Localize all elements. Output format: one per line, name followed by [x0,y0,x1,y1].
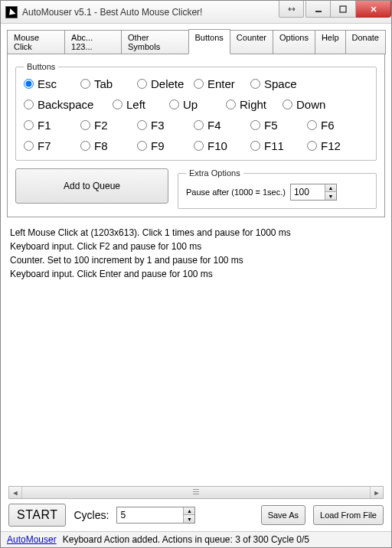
radio-input-down[interactable] [283,99,292,109]
tab-other-symbols[interactable]: Other Symbols [121,30,189,54]
radio-input-f6[interactable] [307,120,317,130]
radio-up[interactable]: Up [169,98,221,111]
bottom-bar: START Cycles: ▲ ▼ Save As Load From File [1,504,391,531]
radio-f5[interactable]: F5 [250,119,302,132]
horizontal-scrollbar[interactable]: ◄ ► [8,486,384,499]
tab-options[interactable]: Options [273,30,315,54]
scroll-left-icon[interactable]: ◄ [9,487,22,498]
start-button[interactable]: START [8,504,66,527]
queue-line[interactable]: Left Mouse Click at (1203x613). Click 1 … [10,226,382,240]
radio-label: F9 [151,139,165,152]
save-as-button[interactable]: Save As [261,505,305,525]
radio-esc[interactable]: Esc [24,77,76,90]
pause-after-label: Pause after (1000 = 1sec.) [186,188,286,197]
radio-input-f8[interactable] [80,141,90,151]
load-from-file-button[interactable]: Load From File [313,505,384,525]
radio-label: Backspace [38,98,93,111]
pause-after-input[interactable] [291,184,325,200]
automouser-link[interactable]: AutoMouser [7,534,57,545]
spinner-up-icon[interactable]: ▲ [325,184,336,192]
radio-input-f10[interactable] [194,141,204,151]
radio-label: F2 [94,119,108,132]
scroll-right-icon[interactable]: ► [370,487,383,498]
radio-label: F4 [207,119,221,132]
cycles-input[interactable] [117,507,183,523]
radio-input-delete[interactable] [137,79,147,89]
radio-f11[interactable]: F11 [250,139,302,152]
radio-grid: EscTabDeleteEnterSpaceBackspaceLeftUpRig… [24,77,368,152]
radio-label: Space [264,77,297,90]
queue-line[interactable]: Keyboard input. Click F2 and pause for 1… [10,240,382,253]
radio-right[interactable]: Right [226,98,278,111]
spinner-down-icon[interactable]: ▼ [325,192,336,200]
radio-label: F11 [264,139,284,152]
pause-after-spinner[interactable]: ▲ ▼ [290,184,337,201]
radio-input-f1[interactable] [24,120,34,130]
radio-input-enter[interactable] [194,79,204,89]
scroll-thumb[interactable] [22,487,370,498]
cycles-spinner[interactable]: ▲ ▼ [116,507,195,524]
radio-label: F12 [321,139,341,152]
app-icon [5,6,18,18]
tab-mouse-click[interactable]: Mouse Click [7,30,65,54]
radio-enter[interactable]: Enter [194,77,246,90]
spinner-down-icon[interactable]: ▼ [184,515,194,523]
buttons-legend: Buttons [24,62,58,71]
radio-input-f12[interactable] [307,141,317,151]
minimize-button[interactable] [305,1,331,18]
add-to-queue-button[interactable]: Add to Queue [15,168,168,204]
tab-buttons[interactable]: Buttons [188,29,230,54]
queue-line[interactable]: Keyboard input. Click Enter and pause fo… [10,267,382,281]
radio-tab[interactable]: Tab [80,77,132,90]
radio-label: F1 [38,119,51,132]
tab-donate[interactable]: Donate [345,30,386,54]
radio-label: Left [126,98,145,111]
radio-input-f5[interactable] [250,120,260,130]
radio-space[interactable]: Space [250,77,302,90]
maximize-button[interactable] [331,1,356,18]
radio-f12[interactable]: F12 [307,139,359,152]
radio-f7[interactable]: F7 [24,139,76,152]
radio-input-f3[interactable] [137,120,147,130]
radio-backspace[interactable]: Backspace [24,98,108,111]
radio-f3[interactable]: F3 [137,119,189,132]
radio-input-f9[interactable] [137,141,147,151]
radio-f10[interactable]: F10 [194,139,246,152]
radio-input-f11[interactable] [250,141,260,151]
spinner-up-icon[interactable]: ▲ [184,507,194,515]
radio-down[interactable]: Down [283,98,335,111]
tab-help[interactable]: Help [315,30,346,54]
radio-input-backspace[interactable] [24,99,34,109]
radio-input-esc[interactable] [24,79,34,89]
tab-panel-buttons: Buttons EscTabDeleteEnterSpaceBackspaceL… [7,54,385,217]
radio-f1[interactable]: F1 [24,119,76,132]
radio-label: Enter [207,77,235,90]
radio-input-right[interactable] [226,99,236,109]
radio-input-space[interactable] [250,79,260,89]
tab-abc-123[interactable]: Abc... 123... [64,30,122,54]
svg-rect-1 [340,6,346,12]
radio-input-f7[interactable] [24,141,34,151]
radio-f2[interactable]: F2 [80,119,132,132]
radio-input-left[interactable] [113,99,122,109]
radio-delete[interactable]: Delete [137,77,189,90]
radio-input-f4[interactable] [194,120,204,130]
close-button[interactable] [356,1,391,18]
radio-f4[interactable]: F4 [194,119,246,132]
radio-left[interactable]: Left [113,98,165,111]
radio-input-up[interactable] [169,99,179,109]
radio-f6[interactable]: F6 [307,119,359,132]
radio-label: F8 [94,139,108,152]
caption-button[interactable] [279,1,304,18]
radio-input-f2[interactable] [80,120,90,130]
radio-f9[interactable]: F9 [137,139,189,152]
radio-label: Right [240,98,266,111]
scroll-track[interactable] [22,487,370,498]
radio-f8[interactable]: F8 [80,139,132,152]
queue-line[interactable]: Counter. Set to 100 increment by 1 and p… [10,253,382,267]
radio-input-tab[interactable] [80,79,90,89]
window-title: AutoMouser v5.1 - Best Auto Mouse Clicke… [22,7,279,18]
buttons-fieldset: Buttons EscTabDeleteEnterSpaceBackspaceL… [15,62,377,161]
tab-counter[interactable]: Counter [230,30,273,54]
status-text: Keyboard Action added. Actions in queue:… [63,534,309,545]
